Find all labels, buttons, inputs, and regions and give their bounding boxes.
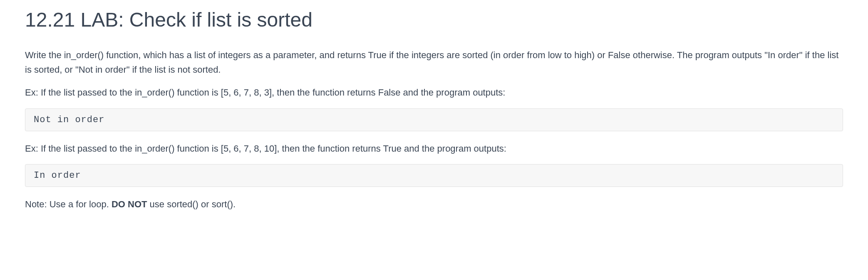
note-paragraph: Note: Use a for loop. DO NOT use sorted(… <box>25 197 843 211</box>
page-title: 12.21 LAB: Check if list is sorted <box>25 8 843 31</box>
note-prefix: Note: Use a for loop. <box>25 199 112 209</box>
note-bold: DO NOT <box>112 199 147 209</box>
note-suffix: use sorted() or sort(). <box>147 199 236 209</box>
example1-paragraph: Ex: If the list passed to the in_order()… <box>25 85 843 100</box>
code-output-2: In order <box>25 164 843 187</box>
intro-paragraph: Write the in_order() function, which has… <box>25 48 843 77</box>
example2-paragraph: Ex: If the list passed to the in_order()… <box>25 141 843 156</box>
code-output-1: Not in order <box>25 108 843 131</box>
